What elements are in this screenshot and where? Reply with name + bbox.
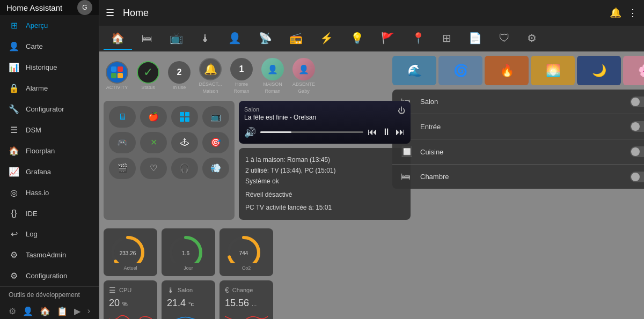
badge-maison[interactable]: 👤 MAISON Roman [259,58,286,94]
sidebar-item-apercu[interactable]: ⊞Aperçu [0,15,99,36]
navtab-flag[interactable]: 🚩 [374,27,402,50]
sidebar-header: Home Assistant G [0,0,99,15]
sidebar-item-ide[interactable]: {}IDE [0,203,99,224]
sidebar-item-historique[interactable]: 📊Historique [0,57,99,78]
sidebar-label-log: Log [26,230,38,238]
room-row-salon: 🛏 Salon › [392,90,644,114]
remote-btn-heart[interactable]: ♡ [140,158,167,179]
remote-btn-headphones[interactable]: 🎧 [171,158,198,179]
sidebar-title: Home Assistant [6,3,72,12]
remote-btn-apple[interactable]: 🍎 [140,106,167,128]
sidebar-item-config[interactable]: ⚙Configuration [0,265,99,286]
toggle-0[interactable] [630,97,644,107]
prev-icon[interactable]: ⏮ [368,127,377,138]
strip-img-5[interactable]: 🌸 [623,56,644,85]
activity-label: ACTIVITY [106,85,128,91]
navtab-bolt[interactable]: ⚡ [312,27,341,50]
maison-avatar: 👤 [261,58,284,80]
badge-home[interactable]: 1 Home Roman [228,58,255,94]
remote-btn-tv[interactable]: 📺 [202,106,229,128]
strip-img-4[interactable]: 🌙 [577,56,621,85]
navtab-climate[interactable]: 🌡 [193,28,218,50]
navtab-sleep[interactable]: 🛏 [134,28,160,50]
navtab-tv[interactable]: 📺 [162,27,191,50]
mini-card-0: ☰ CPU 20 % [104,280,157,319]
navtab-doc[interactable]: 📄 [461,27,489,50]
play-icon[interactable]: ▶ [74,306,80,316]
badge-activity[interactable]: ACTIVITY [104,61,130,91]
home-icon-footer[interactable]: 🏠 [40,306,50,316]
strip-img-1[interactable]: 🌀 [438,56,482,85]
navtab-grid[interactable]: ⊞ [435,27,459,50]
remote-btn-film[interactable]: 🎬 [109,158,136,179]
notification-icon[interactable]: 🔔 [610,7,621,19]
user-activity: ACTIVITY ✓ Status 2 In use 🔔 DÉSACT... M… [104,56,388,97]
volume-icon[interactable]: 🔊 [244,127,256,138]
strip-img-0[interactable]: 🌊 [392,56,436,85]
next-icon[interactable]: ⏭ [396,127,405,138]
navtab-pin[interactable]: 📍 [404,27,433,50]
more-icon[interactable]: ⋮ [628,7,638,19]
sidebar-item-log[interactable]: ↩Log [0,224,99,244]
sidebar-label-configurator: Configurator [26,105,64,113]
navtab-shield[interactable]: 🛡 [492,28,517,50]
navtab-antenna[interactable]: 📡 [251,27,280,50]
badge-inuse[interactable]: 2 In use [166,61,193,91]
remote-btn-xbox[interactable]: ✕ [140,132,167,153]
desac-label: DÉSACT... [199,81,222,87]
sidebar-label-apercu: Aperçu [26,21,48,29]
sidebar-item-alarme[interactable]: 🔒Alarme [0,78,99,99]
gauges-and-mini: 233.26 Actuel 1.6 Jour 744 Co2 ☰ CPU 20 … [104,228,273,319]
mini-icon-2: € [225,286,229,294]
list-icon[interactable]: 📋 [57,306,68,316]
pause-icon[interactable]: ⏸ [382,127,391,138]
sidebar-item-carte[interactable]: 👤Carte [0,36,99,57]
navtab-bulb[interactable]: 💡 [343,27,371,50]
sidebar-item-grafana[interactable]: 📈Grafana [0,161,99,182]
navtab-home[interactable]: 🏠 [104,27,132,50]
info-line: 1 à la maison: Roman (13:45) [245,154,404,165]
sidebar-item-hass[interactable]: ◎Hass.io [0,182,99,203]
maison-sublabel: Roman [265,88,280,94]
remote-btn-fan[interactable]: 💨 [202,158,229,179]
person-icon[interactable]: 👤 [23,306,33,316]
sidebar: Home Assistant G ⊞Aperçu👤Carte📊Historiqu… [0,0,99,319]
remote-btn-ctrl[interactable]: 🎯 [202,132,229,153]
remote-btn-monitor[interactable]: 🖥 [109,106,136,128]
badge-desac[interactable]: 🔔 DÉSACT... Maison [197,58,224,94]
room-row-chambre: 🛏 Chambre › [392,165,644,189]
sidebar-label-ide: IDE [26,210,38,218]
badge-absente[interactable]: 👤 ABSENTE Gaby [290,58,317,94]
strip-img-2[interactable]: 🔥 [485,56,529,85]
sidebar-item-configurator[interactable]: 🔧Configurator [0,99,99,120]
toggle-2[interactable] [630,146,644,157]
menu-icon[interactable]: ☰ [106,7,114,19]
navtab-cast[interactable]: 📻 [282,27,310,50]
sidebar-label-floorplan: Floorplan [26,147,55,155]
mini-chart-1 [167,311,210,319]
navtab-gear[interactable]: ⚙ [519,27,544,50]
gear-icon[interactable]: ⚙ [9,306,16,316]
remote-btn-nintendo[interactable]: 🕹 [171,132,198,153]
sidebar-icon-grafana: 📈 [9,167,19,177]
info-line: 2 utilisé: TV (13:44), PC (15:01) [245,165,404,176]
chevron-right-icon[interactable]: › [87,306,90,316]
sidebar-label-dsm: DSM [26,126,41,134]
media-power-icon[interactable]: ⏻ [398,106,405,115]
sidebar-label-carte: Carte [26,42,43,50]
sidebar-nav: ⊞Aperçu👤Carte📊Historique🔒Alarme🔧Configur… [0,15,99,286]
toggle-3[interactable] [630,172,644,182]
strip-img-3[interactable]: 🌅 [531,56,575,85]
remote-btn-windows[interactable] [171,106,198,128]
remote-btn-ps[interactable]: 🎮 [109,132,136,153]
mini-icon-0: ☰ [109,286,116,294]
sidebar-item-floorplan[interactable]: 🏠Floorplan [0,140,99,161]
toggle-1[interactable] [630,121,644,132]
badge-status[interactable]: ✓ Status [135,61,162,91]
volume-slider[interactable] [260,131,363,133]
info-panel: 1 à la maison: Roman (13:45)2 utilisé: T… [239,148,411,220]
sidebar-avatar[interactable]: G [77,0,92,15]
sidebar-item-tasmo[interactable]: ⚙TasmoAdmin [0,244,99,265]
navtab-person[interactable]: 👤 [221,27,249,50]
sidebar-item-dsm[interactable]: ☰DSM [0,120,99,140]
